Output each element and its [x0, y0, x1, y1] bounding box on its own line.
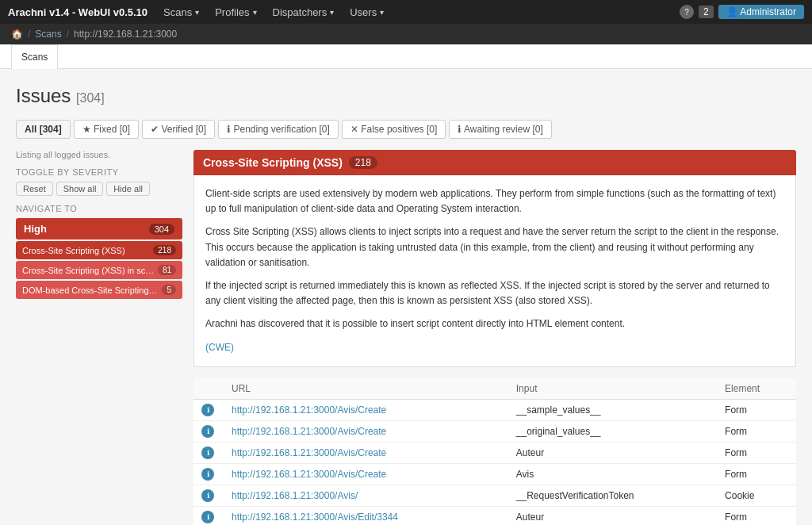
- row-element: Form: [717, 506, 796, 525]
- issues-table: URL Input Element ℹ http://192.168.1.21:…: [193, 378, 796, 525]
- nav-item-users[interactable]: Users ▾: [342, 0, 392, 24]
- row-url[interactable]: http://192.168.1.21:3000/Avis/Create: [224, 420, 508, 442]
- filter-tabs: All [304] ★ Fixed [0] ✔ Verified [0] ℹ P…: [16, 120, 796, 139]
- reset-button[interactable]: Reset: [16, 182, 53, 196]
- sub-tabs: Scans: [0, 44, 812, 69]
- listing-label: Listing all logged issues.: [16, 150, 182, 159]
- navbar: Arachni v1.4 - WebUI v0.5.10 Scans ▾ Pro…: [0, 0, 812, 24]
- x-icon: ✕: [350, 124, 361, 135]
- cwe-link[interactable]: (CWE): [205, 342, 234, 353]
- row-icon-cell: ℹ: [193, 442, 224, 463]
- row-url[interactable]: http://192.168.1.21:3000/Avis/Create: [224, 442, 508, 463]
- nav-issue-dom-xss[interactable]: DOM-based Cross-Site Scripting (X 5: [16, 281, 182, 299]
- notification-badge[interactable]: 2: [699, 6, 714, 18]
- table-row: ℹ http://192.168.1.21:3000/Avis/Create A…: [193, 463, 796, 485]
- star-icon: ★: [82, 124, 94, 135]
- breadcrumb-url: http://192.168.1.21:3000: [74, 29, 177, 40]
- help-badge[interactable]: ?: [680, 5, 694, 19]
- col-icon: [193, 378, 224, 400]
- row-icon-cell: ℹ: [193, 506, 224, 525]
- row-info-icon[interactable]: ℹ: [201, 425, 214, 438]
- breadcrumb-sep-1: /: [28, 29, 30, 40]
- navigate-label: NAVIGATE TO: [16, 204, 182, 213]
- navbar-right: ? 2 👤 Administrator: [680, 5, 804, 19]
- breadcrumb: 🏠 / Scans / http://192.168.1.21:3000: [0, 24, 812, 44]
- row-icon-cell: ℹ: [193, 420, 224, 442]
- breadcrumb-sep-2: /: [67, 29, 69, 40]
- col-input: Input: [508, 378, 717, 400]
- nav-issue-xss-script-label: Cross-Site Scripting (XSS) in scrip: [22, 266, 155, 275]
- row-url[interactable]: http://192.168.1.21:3000/Avis/Edit/3344: [224, 506, 508, 525]
- table-row: ℹ http://192.168.1.21:3000/Avis/Create A…: [193, 442, 796, 463]
- breadcrumb-scans[interactable]: Scans: [35, 29, 61, 40]
- nav-item-dispatchers[interactable]: Dispatchers ▾: [265, 0, 343, 24]
- desc-para-1: Client-side scripts are used extensively…: [205, 186, 784, 217]
- issue-count: [304]: [76, 91, 105, 105]
- nav-issue-xss-script[interactable]: Cross-Site Scripting (XSS) in scrip 81: [16, 261, 182, 279]
- filter-tab-verified[interactable]: ✔ Verified [0]: [142, 120, 215, 139]
- row-input: Auteur: [508, 442, 717, 463]
- info-icon-awaiting: ℹ: [458, 124, 464, 135]
- scans-caret: ▾: [195, 8, 199, 17]
- row-input: Auteur: [508, 506, 717, 525]
- admin-button[interactable]: 👤 Administrator: [718, 5, 804, 19]
- table-row: ℹ http://192.168.1.21:3000/Avis/ __Reque…: [193, 485, 796, 506]
- severity-high[interactable]: High 304: [16, 218, 182, 240]
- user-icon: 👤: [726, 6, 741, 17]
- issue-description: Client-side scripts are used extensively…: [193, 175, 796, 367]
- row-input: __sample_values__: [508, 399, 717, 420]
- main-content: Issues [304] All [304] ★ Fixed [0] ✔ Ver…: [0, 69, 812, 525]
- page-title: Issues [304]: [16, 85, 796, 107]
- app-brand: Arachni v1.4 - WebUI v0.5.10: [8, 6, 147, 18]
- row-info-icon[interactable]: ℹ: [201, 446, 214, 459]
- nav-issue-xss[interactable]: Cross-Site Scripting (XSS) 218: [16, 241, 182, 259]
- filter-tab-pending[interactable]: ℹ Pending verification [0]: [218, 120, 339, 139]
- high-count: 304: [149, 224, 174, 235]
- left-sidebar: Listing all logged issues. TOGGLE BY SEV…: [16, 150, 182, 525]
- row-element: Form: [717, 463, 796, 485]
- nav-issue-xss-label: Cross-Site Scripting (XSS): [22, 246, 150, 255]
- issue-count-badge: 218: [349, 156, 377, 169]
- row-info-icon[interactable]: ℹ: [201, 511, 214, 523]
- desc-para-4: Arachni has discovered that it is possib…: [205, 316, 784, 331]
- col-element: Element: [717, 378, 796, 400]
- tab-scans[interactable]: Scans: [11, 44, 58, 69]
- profiles-caret: ▾: [253, 8, 257, 17]
- home-icon[interactable]: 🏠: [11, 29, 23, 40]
- users-caret: ▾: [380, 8, 384, 17]
- nav-issue-dom-xss-label: DOM-based Cross-Site Scripting (X: [22, 285, 159, 295]
- filter-tab-fixed[interactable]: ★ Fixed [0]: [74, 120, 139, 139]
- nav-item-scans[interactable]: Scans ▾: [155, 0, 207, 24]
- table-row: ℹ http://192.168.1.21:3000/Avis/Create _…: [193, 420, 796, 442]
- toggle-severity-label: TOGGLE BY SEVERITY: [16, 167, 182, 177]
- row-element: Form: [717, 399, 796, 420]
- row-input: Avis: [508, 463, 717, 485]
- nav-issue-dom-xss-count: 5: [162, 285, 176, 295]
- hide-all-button[interactable]: Hide all: [106, 182, 150, 196]
- row-input: __original_values__: [508, 420, 717, 442]
- two-col-layout: Listing all logged issues. TOGGLE BY SEV…: [16, 150, 796, 525]
- table-row: ℹ http://192.168.1.21:3000/Avis/Create _…: [193, 399, 796, 420]
- nav-item-profiles[interactable]: Profiles ▾: [207, 0, 264, 24]
- issue-header: Cross-Site Scripting (XSS) 218: [193, 150, 796, 175]
- row-icon-cell: ℹ: [193, 399, 224, 420]
- row-input: __RequestVerificationToken: [508, 485, 717, 506]
- right-panel: Cross-Site Scripting (XSS) 218 Client-si…: [193, 150, 796, 525]
- nav-issue-xss-script-count: 81: [158, 265, 176, 275]
- check-icon: ✔: [151, 124, 161, 135]
- filter-tab-all[interactable]: All [304]: [16, 120, 71, 139]
- col-url: URL: [224, 378, 508, 400]
- row-element: Form: [717, 442, 796, 463]
- severity-buttons: Reset Show all Hide all: [16, 182, 182, 196]
- desc-para-3: If the injected script is returned immed…: [205, 278, 784, 308]
- row-info-icon[interactable]: ℹ: [201, 489, 214, 502]
- filter-tab-false-positives[interactable]: ✕ False positives [0]: [342, 120, 446, 139]
- row-url[interactable]: http://192.168.1.21:3000/Avis/Create: [224, 399, 508, 420]
- row-element: Cookie: [717, 485, 796, 506]
- row-info-icon[interactable]: ℹ: [201, 404, 214, 416]
- row-url[interactable]: http://192.168.1.21:3000/Avis/Create: [224, 463, 508, 485]
- filter-tab-awaiting[interactable]: ℹ Awaiting review [0]: [449, 120, 552, 139]
- row-info-icon[interactable]: ℹ: [201, 468, 214, 481]
- row-url[interactable]: http://192.168.1.21:3000/Avis/: [224, 485, 508, 506]
- show-all-button[interactable]: Show all: [56, 182, 104, 196]
